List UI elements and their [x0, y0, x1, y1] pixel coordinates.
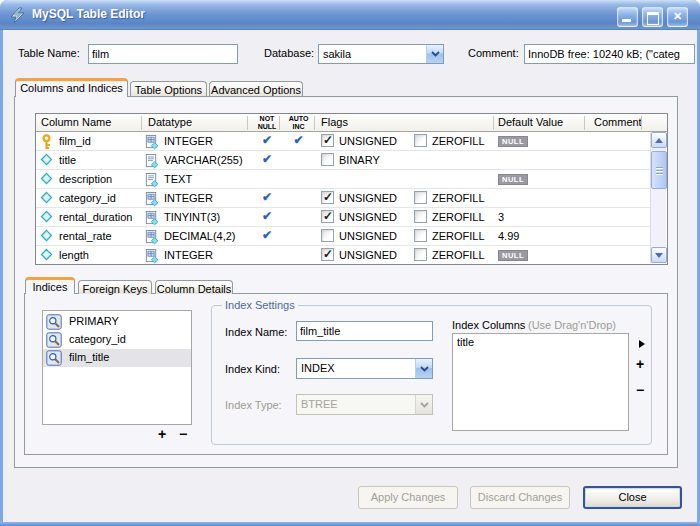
header-flags[interactable]: Flags: [321, 116, 348, 128]
tab-advanced-options[interactable]: Advanced Options: [209, 81, 303, 96]
tab-columns-and-indices[interactable]: Columns and Indices: [15, 78, 128, 97]
datatype-cell[interactable]: INTEGER: [164, 249, 213, 261]
minimize-button[interactable]: [617, 7, 638, 27]
maximize-button[interactable]: [642, 7, 663, 27]
column-name-cell[interactable]: film_id: [59, 135, 91, 147]
index-list-item[interactable]: PRIMARY: [43, 313, 191, 331]
column-name-cell[interactable]: title: [59, 154, 76, 166]
table-row[interactable]: lengthINTEGERUNSIGNEDZEROFILLNULL: [36, 246, 650, 264]
header-comment[interactable]: Comment: [594, 116, 642, 128]
default-value-cell[interactable]: NULL: [498, 135, 528, 148]
header-column-name[interactable]: Column Name: [41, 116, 111, 128]
checkbox-unsigned[interactable]: [321, 134, 334, 147]
index-list[interactable]: PRIMARYcategory_idfilm_title: [42, 310, 192, 425]
database-select[interactable]: sakila: [318, 44, 444, 64]
column-name-cell[interactable]: length: [59, 249, 89, 261]
column-icon: [40, 248, 53, 263]
close-button[interactable]: Close: [583, 486, 682, 509]
table-row[interactable]: category_idINTEGER✔UNSIGNEDZEROFILL: [36, 189, 650, 208]
column-name-cell[interactable]: rental_rate: [59, 230, 112, 242]
header-default-value[interactable]: Default Value: [498, 116, 563, 128]
auto-inc-checkmark[interactable]: ✔: [283, 133, 314, 147]
flag-binary[interactable]: BINARY: [321, 153, 380, 166]
table-row[interactable]: rental_rateDECIMAL(4,2)✔UNSIGNEDZEROFILL…: [36, 227, 650, 246]
default-value-cell[interactable]: NULL: [498, 173, 528, 186]
tab-foreign-keys[interactable]: Foreign Keys: [78, 280, 152, 294]
discard-changes-button[interactable]: Discard Changes: [470, 486, 570, 509]
flag-unsigned[interactable]: UNSIGNED: [321, 248, 397, 261]
table-name-input[interactable]: [88, 44, 238, 64]
scroll-down-button[interactable]: [651, 247, 667, 263]
index-settings-group: Index Settings Index Name: Index Kind: I…: [211, 305, 652, 445]
comment-input[interactable]: [524, 44, 695, 64]
datatype-icon: [144, 134, 159, 152]
tab-table-options[interactable]: Table Options: [130, 81, 207, 96]
default-value-cell[interactable]: 4.99: [498, 230, 519, 242]
checkbox-unsigned[interactable]: [321, 191, 334, 204]
flag-zerofill[interactable]: ZEROFILL: [414, 210, 485, 223]
index-name-input[interactable]: [296, 321, 433, 341]
index-list-item[interactable]: category_id: [43, 331, 191, 349]
checkbox-unsigned[interactable]: [321, 210, 334, 223]
default-value-cell[interactable]: NULL: [498, 249, 528, 262]
remove-index-button[interactable]: −: [174, 428, 192, 443]
mysql-lightning-icon: [9, 7, 26, 24]
index-list-item[interactable]: film_title: [43, 349, 191, 367]
tab-indices[interactable]: Indices: [25, 277, 75, 294]
flag-zerofill[interactable]: ZEROFILL: [414, 229, 485, 242]
column-name-cell[interactable]: category_id: [59, 192, 116, 204]
close-window-button[interactable]: [667, 7, 688, 27]
checkbox-zerofill[interactable]: [414, 134, 427, 147]
table-row[interactable]: descriptionTEXTNULL: [36, 170, 650, 189]
scroll-up-button[interactable]: [651, 132, 667, 148]
checkbox-zerofill[interactable]: [414, 191, 427, 204]
flag-zerofill[interactable]: ZEROFILL: [414, 134, 485, 147]
flag-unsigned[interactable]: UNSIGNED: [321, 134, 397, 147]
datatype-cell[interactable]: TINYINT(3): [164, 211, 220, 223]
column-name-cell[interactable]: description: [59, 173, 112, 185]
remove-index-column-button[interactable]: −: [633, 384, 647, 398]
header-datatype[interactable]: Datatype: [148, 116, 192, 128]
not-null-checkmark[interactable]: ✔: [251, 133, 283, 147]
index-kind-select[interactable]: INDEX: [296, 358, 433, 379]
flag-unsigned[interactable]: UNSIGNED: [321, 210, 397, 223]
title-bar[interactable]: MySQL Table Editor: [0, 0, 700, 30]
table-row[interactable]: titleVARCHAR(255)✔BINARY: [36, 151, 650, 170]
checkbox-unsigned[interactable]: [321, 229, 334, 242]
table-row[interactable]: rental_durationTINYINT(3)✔UNSIGNEDZEROFI…: [36, 208, 650, 227]
flag-zerofill[interactable]: ZEROFILL: [414, 191, 485, 204]
index-columns-list[interactable]: title: [452, 333, 629, 431]
checkbox-zerofill[interactable]: [414, 229, 427, 242]
move-column-right-button[interactable]: [635, 337, 649, 351]
checkbox-zerofill[interactable]: [414, 248, 427, 261]
datatype-cell[interactable]: INTEGER: [164, 135, 213, 147]
apply-changes-button[interactable]: Apply Changes: [358, 486, 458, 509]
chevron-down-icon[interactable]: [426, 45, 443, 63]
not-null-checkmark[interactable]: ✔: [251, 190, 283, 204]
add-index-column-button[interactable]: +: [633, 358, 647, 372]
index-column-item[interactable]: title: [457, 336, 624, 348]
not-null-checkmark[interactable]: ✔: [251, 228, 283, 242]
tab-column-details[interactable]: Column Details: [155, 280, 233, 294]
add-index-button[interactable]: +: [153, 428, 171, 443]
chevron-down-icon[interactable]: [415, 359, 432, 378]
not-null-checkmark[interactable]: ✔: [251, 209, 283, 223]
checkbox-unsigned[interactable]: [321, 248, 334, 261]
default-value-cell[interactable]: 3: [498, 211, 504, 223]
datatype-cell[interactable]: DECIMAL(4,2): [164, 230, 236, 242]
datatype-cell[interactable]: INTEGER: [164, 192, 213, 204]
flag-zerofill[interactable]: ZEROFILL: [414, 248, 485, 261]
index-kind-label: Index Kind:: [225, 363, 280, 375]
flag-unsigned[interactable]: UNSIGNED: [321, 229, 397, 242]
vertical-scrollbar[interactable]: [650, 132, 666, 263]
header-auto-inc[interactable]: AUTOINC: [283, 115, 314, 131]
checkbox-zerofill[interactable]: [414, 210, 427, 223]
not-null-checkmark[interactable]: ✔: [251, 152, 283, 166]
table-row[interactable]: film_idINTEGER✔✔UNSIGNEDZEROFILLNULL: [36, 132, 650, 151]
flag-unsigned[interactable]: UNSIGNED: [321, 191, 397, 204]
datatype-cell[interactable]: TEXT: [164, 173, 192, 185]
column-name-cell[interactable]: rental_duration: [59, 211, 132, 223]
datatype-cell[interactable]: VARCHAR(255): [164, 154, 243, 166]
checkbox-binary[interactable]: [321, 153, 334, 166]
scrollbar-thumb[interactable]: [651, 151, 667, 189]
